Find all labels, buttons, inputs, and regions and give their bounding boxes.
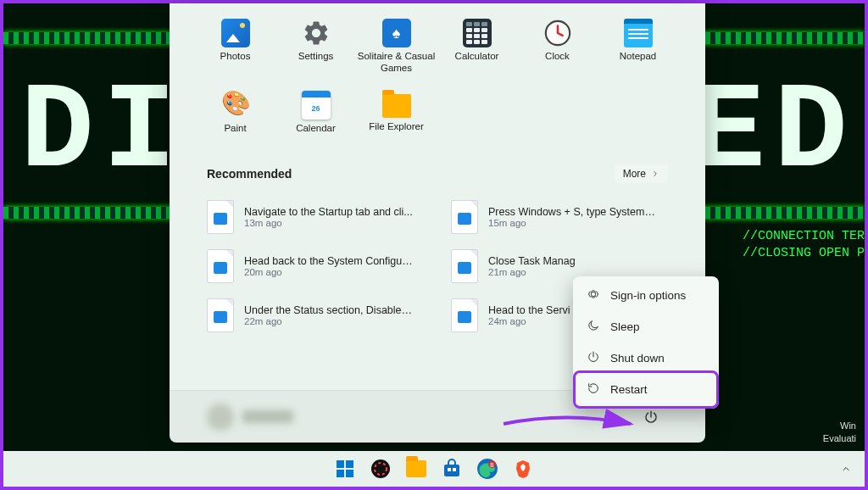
windows-watermark: Win Evaluati xyxy=(823,420,856,444)
recommended-item[interactable]: Press Windows + S, type System C...15m a… xyxy=(446,193,673,241)
svg-rect-4 xyxy=(346,470,353,477)
taskbar-brave[interactable] xyxy=(507,453,539,485)
notepad-icon xyxy=(624,19,653,47)
taskbar: B xyxy=(3,451,865,487)
user-account-button[interactable]: Username xyxy=(207,404,293,431)
document-icon xyxy=(451,298,478,332)
avatar-icon xyxy=(207,404,234,431)
pinned-app-fileexplorer[interactable]: File Explorer xyxy=(356,84,437,156)
folder-icon xyxy=(406,460,426,477)
start-button[interactable] xyxy=(329,453,361,485)
clock-icon xyxy=(543,19,572,47)
pinned-app-photos[interactable]: Photos xyxy=(195,12,275,84)
pinned-app-notepad[interactable]: Notepad xyxy=(598,12,678,84)
pinned-app-solitaire[interactable]: ♠ Solitaire & Casual Games xyxy=(356,12,437,84)
document-icon xyxy=(451,200,478,234)
pinned-app-settings[interactable]: Settings xyxy=(275,12,356,84)
moon-icon xyxy=(587,319,600,335)
svg-rect-2 xyxy=(346,460,353,468)
edge-icon: B xyxy=(476,458,498,480)
power-menu-power[interactable]: Shut down xyxy=(576,342,715,374)
svg-rect-3 xyxy=(337,470,344,477)
solitaire-icon: ♠ xyxy=(382,19,411,47)
pinned-app-paint[interactable]: Paint xyxy=(195,84,275,156)
system-tray xyxy=(834,457,858,481)
svg-text:B: B xyxy=(490,462,493,468)
tray-overflow-button[interactable] xyxy=(834,457,858,481)
windows-icon xyxy=(335,459,355,479)
wallpaper-text-left: DI xyxy=(20,63,185,203)
pinned-app-calculator[interactable]: Calculator xyxy=(437,12,517,84)
chevron-right-icon xyxy=(651,170,659,178)
power-menu-gear[interactable]: Sign-in options xyxy=(576,280,715,311)
photos-icon xyxy=(221,19,250,47)
calendar-icon: 26 xyxy=(302,91,331,120)
gear-icon xyxy=(587,287,600,303)
brave-icon xyxy=(513,459,533,479)
taskbar-fileexplorer[interactable] xyxy=(400,453,432,485)
document-icon xyxy=(207,200,234,234)
recommended-item[interactable]: Head back to the System Configur...20m a… xyxy=(202,242,429,290)
taskbar-app-1[interactable] xyxy=(364,453,397,485)
calculator-icon xyxy=(463,19,492,47)
wallpaper-code: //CONNECTION TER //CLOSING OPEN P xyxy=(743,228,865,261)
svg-rect-8 xyxy=(448,468,451,471)
power-menu: Sign-in optionsSleepShut downRestart xyxy=(573,276,719,409)
pinned-apps-grid: Photos Settings ♠ Solitaire & Casual Gam… xyxy=(170,3,705,156)
power-menu-restart[interactable]: Restart xyxy=(576,374,715,405)
annotation-arrow xyxy=(499,407,643,441)
document-icon xyxy=(207,249,234,283)
restart-icon xyxy=(587,381,600,398)
power-menu-moon[interactable]: Sleep xyxy=(576,311,715,342)
taskbar-store[interactable] xyxy=(436,453,468,485)
pinned-app-clock[interactable]: Clock xyxy=(517,12,598,84)
pinned-app-calendar[interactable]: 26 Calendar xyxy=(275,84,356,156)
wallpaper-text-right: ED xyxy=(692,63,856,203)
power-icon xyxy=(587,350,600,366)
folder-icon xyxy=(382,94,411,118)
recommended-item[interactable]: Under the Status section, Disable o...22… xyxy=(202,292,429,339)
svg-rect-1 xyxy=(337,460,344,468)
store-icon xyxy=(442,459,462,479)
recommended-item[interactable]: Navigate to the Startup tab and cli...13… xyxy=(202,193,429,241)
paint-icon xyxy=(221,91,250,120)
svg-rect-9 xyxy=(453,468,456,471)
document-icon xyxy=(451,249,478,283)
more-button[interactable]: More xyxy=(615,164,668,183)
document-icon xyxy=(207,298,234,332)
taskbar-edge[interactable]: B xyxy=(471,453,504,485)
power-icon xyxy=(643,409,659,425)
svg-rect-7 xyxy=(444,465,459,476)
recommended-heading: Recommended xyxy=(207,167,292,181)
settings-icon xyxy=(302,19,331,47)
chevron-up-icon xyxy=(841,464,851,474)
screenshot-frame: DI ED //CONNECTION TER //CLOSING OPEN P … xyxy=(0,0,868,490)
